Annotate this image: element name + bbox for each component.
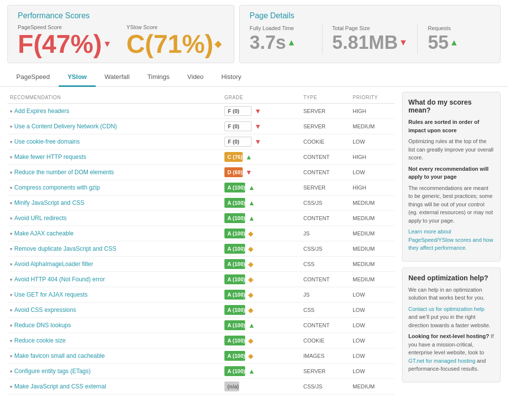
rec-cell: ▾Use GET for AJAX requests (10, 291, 224, 298)
tab-timings[interactable]: Timings (139, 68, 179, 87)
gtnet-link[interactable]: GT.net for managed hosting (408, 358, 475, 364)
type-cell: CONTENT (303, 215, 353, 221)
grade-icon: ▼ (246, 168, 253, 176)
rec-cell: ▾Minify JavaScript and CSS (10, 199, 224, 206)
rec-link[interactable]: Use cookie-free domains (14, 138, 80, 145)
rec-link[interactable]: Add Expires headers (14, 108, 69, 115)
rec-toggle-icon[interactable]: ▾ (10, 262, 12, 267)
pagespeed-value: F(47%) ▼ (18, 31, 111, 57)
grade-cell: A (100)◆ (224, 244, 303, 254)
optimization-title: Need optimization help? (408, 274, 494, 282)
table-row: ▾Compress components with gzipA (100)▲SE… (7, 180, 395, 195)
grade-icon: ▲ (248, 321, 255, 329)
tab-history[interactable]: History (213, 68, 250, 87)
grade-icon: ▲ (248, 199, 255, 207)
rec-toggle-icon[interactable]: ▾ (10, 170, 12, 175)
rec-toggle-icon[interactable]: ▾ (10, 216, 12, 221)
grade-cell: A (100)◆ (224, 305, 303, 315)
rec-link[interactable]: Remove duplicate JavaScript and CSS (14, 245, 116, 252)
table-row: ▾Use GET for AJAX requestsA (100)◆JSLOW (7, 287, 395, 303)
col-header-2: TYPE (303, 95, 353, 100)
grade-bar: F (0) (224, 121, 252, 131)
grade-icon: ◆ (248, 291, 254, 299)
rec-link[interactable]: Use GET for AJAX requests (14, 291, 88, 298)
rec-toggle-icon[interactable]: ▾ (10, 139, 12, 145)
rec-link[interactable]: Compress components with gzip (14, 184, 100, 191)
type-cell: CONTENT (303, 154, 353, 160)
rec-cell: ▾Use a Content Delivery Network (CDN) (10, 123, 224, 130)
divider2 (417, 24, 418, 54)
table-row: ▾Use cookie-free domainsF (0)▼COOKIELOW (7, 134, 395, 150)
grade-icon: ▲ (248, 367, 255, 375)
optimization-body2: and we'll put you in the right direction… (408, 314, 490, 328)
scores-meaning-title: What do my scores mean? (408, 98, 494, 114)
type-cell: COOKIE (303, 139, 353, 145)
rec-link[interactable]: Use a Content Delivery Network (CDN) (14, 123, 117, 130)
total-size-value: 5.81MB ▼ (332, 32, 408, 53)
grade-cell: A (100)▲ (224, 183, 303, 192)
rec-link[interactable]: Minify JavaScript and CSS (14, 199, 84, 206)
tab-waterfall[interactable]: Waterfall (96, 68, 139, 87)
grade-bar: C (76) (224, 152, 243, 162)
rec-toggle-icon[interactable]: ▾ (10, 200, 12, 206)
performance-title: Performance Scores (18, 11, 224, 20)
rec-toggle-icon[interactable]: ▾ (10, 384, 12, 389)
rec-toggle-icon[interactable]: ▾ (10, 185, 12, 191)
col-header-1: GRADE (224, 95, 303, 100)
rec-toggle-icon[interactable]: ▾ (10, 369, 12, 374)
rec-link[interactable]: Make favicon small and cacheable (14, 352, 105, 359)
rec-toggle-icon[interactable]: ▾ (10, 231, 12, 236)
rec-link[interactable]: Reduce the number of DOM elements (14, 169, 114, 176)
grade-cell: A (100)▲ (224, 320, 303, 330)
page-details: Page Details Fully Loaded Time 3.7s ▲ To… (239, 5, 501, 63)
priority-cell: MEDIUM (353, 246, 392, 252)
grade-bar: A (100) (224, 244, 245, 254)
rec-link[interactable]: Avoid HTTP 404 (Not Found) error (14, 276, 105, 283)
priority-cell: MEDIUM (353, 123, 392, 129)
col-header-3: PRIORITY (353, 95, 392, 100)
tab-video[interactable]: Video (179, 68, 213, 87)
rec-link[interactable]: Avoid CSS expressions (14, 306, 76, 313)
rec-link[interactable]: Configure entity tags (ETags) (14, 368, 91, 375)
rec-toggle-icon[interactable]: ▾ (10, 154, 12, 160)
rec-toggle-icon[interactable]: ▾ (10, 353, 12, 359)
rec-cell: ▾Avoid AlphaImageLoader filter (10, 261, 224, 267)
rec-link[interactable]: Make fewer HTTP requests (14, 153, 86, 160)
rec-toggle-icon[interactable]: ▾ (10, 124, 12, 129)
grade-bar: A (100) (224, 305, 245, 315)
tabs-section: PageSpeedYSlowWaterfallTimingsVideoHisto… (0, 68, 508, 87)
tab-pagespeed[interactable]: PageSpeed (7, 68, 59, 87)
rec-link[interactable]: Make JavaScript and CSS external (14, 383, 106, 390)
scores-learn-more-link[interactable]: Learn more about PageSpeed/YSlow scores … (408, 229, 493, 251)
rec-link[interactable]: Reduce cookie size (14, 337, 66, 344)
rec-link[interactable]: Make AJAX cacheable (14, 230, 73, 237)
rec-toggle-icon[interactable]: ▾ (10, 246, 12, 252)
rec-link[interactable]: Avoid URL redirects (14, 215, 67, 222)
tab-yslow[interactable]: YSlow (59, 68, 96, 87)
rec-link[interactable]: Avoid AlphaImageLoader filter (14, 261, 93, 267)
hosting-label: Looking for next-level hosting? (408, 333, 489, 339)
rec-toggle-icon[interactable]: ▾ (10, 338, 12, 344)
grade-bar: (n/a) (224, 382, 239, 391)
contact-us-link[interactable]: Contact us for optimization help (408, 306, 484, 312)
rec-toggle-icon[interactable]: ▾ (10, 277, 12, 282)
rec-cell: ▾Reduce the number of DOM elements (10, 169, 224, 176)
rec-toggle-icon[interactable]: ▾ (10, 323, 12, 328)
rec-toggle-icon[interactable]: ▾ (10, 307, 12, 313)
scores-body2-label: Not every recommendation will apply to y… (408, 166, 489, 180)
optimization-help-box: Need optimization help? We can help in a… (402, 267, 501, 382)
table-row: ▾Reduce the number of DOM elementsD (69)… (7, 165, 395, 180)
rec-toggle-icon[interactable]: ▾ (10, 109, 12, 114)
rec-link[interactable]: Reduce DNS lookups (14, 322, 71, 329)
requests-item: Requests 55 ▲ (428, 25, 490, 53)
type-cell: CSS/JS (303, 200, 353, 206)
type-cell: IMAGES (303, 353, 353, 359)
rec-cell: ▾Configure entity tags (ETags) (10, 368, 224, 375)
priority-cell: HIGH (353, 185, 392, 191)
type-cell: CSS/JS (303, 246, 353, 252)
grade-cell: A (100)▲ (224, 213, 303, 223)
grade-icon: ◆ (248, 275, 254, 283)
table-row: ▾Reduce DNS lookupsA (100)▲CONTENTLOW (7, 318, 395, 333)
rec-toggle-icon[interactable]: ▾ (10, 292, 12, 298)
type-cell: CSS (303, 307, 353, 313)
